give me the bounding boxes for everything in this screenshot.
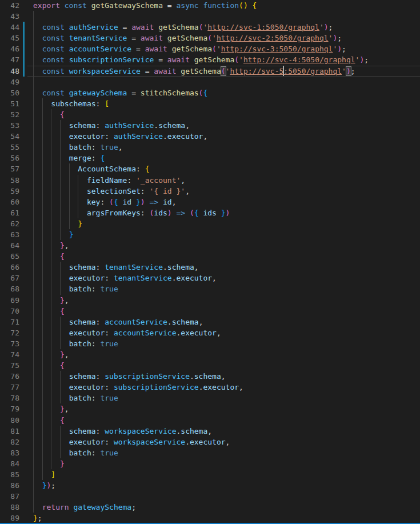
line-number[interactable]: 80 <box>0 415 19 426</box>
line-number[interactable]: 68 <box>0 283 19 294</box>
line-number[interactable]: 61 <box>0 207 19 218</box>
code-line[interactable]: 58 fieldName: '_account', <box>0 175 420 186</box>
line-number[interactable]: 82 <box>0 437 19 447</box>
code-line[interactable]: 52 { <box>0 109 420 120</box>
code-line[interactable]: 72 executor: accountService.executor, <box>0 327 420 338</box>
code-token: ; <box>351 67 355 75</box>
code-line[interactable]: 76 schema: subscriptionService.schema, <box>0 371 420 382</box>
code-line[interactable]: 63 } <box>0 229 420 240</box>
code-line[interactable]: 80 { <box>0 415 420 426</box>
code-line[interactable]: 66 schema: tenantService.schema, <box>0 262 420 273</box>
code-line[interactable]: 59 selectionSet: '{ id }', <box>0 186 420 197</box>
code-line[interactable]: 54 executor: authService.executor, <box>0 131 420 142</box>
code-line[interactable]: 55 batch: true, <box>0 142 420 153</box>
line-number[interactable]: 56 <box>0 153 19 163</box>
line-number[interactable]: 52 <box>0 109 19 120</box>
line-number[interactable]: 65 <box>0 251 19 262</box>
line-number[interactable]: 71 <box>0 317 19 327</box>
code-line[interactable]: 78 batch: true <box>0 393 420 403</box>
code-line[interactable]: 77 executor: subscriptionService.executo… <box>0 382 420 393</box>
code-line[interactable]: 43 <box>0 11 420 22</box>
line-number[interactable]: 88 <box>0 502 19 513</box>
code-line[interactable]: 44 const authService = await getSchema('… <box>0 22 420 33</box>
code-line[interactable]: 53 schema: authService.schema, <box>0 120 420 131</box>
code-line[interactable]: 86 }); <box>0 480 420 491</box>
code-line[interactable]: 64 }, <box>0 240 420 251</box>
line-number[interactable]: 44 <box>0 22 19 33</box>
line-number[interactable]: 45 <box>0 33 19 43</box>
line-number[interactable]: 49 <box>0 77 19 87</box>
line-number[interactable]: 70 <box>0 306 19 317</box>
line-number[interactable]: 74 <box>0 349 19 360</box>
code-line[interactable]: 73 batch: true <box>0 338 420 349</box>
line-number[interactable]: 46 <box>0 43 19 54</box>
code-line[interactable]: 79 }, <box>0 403 420 414</box>
line-number[interactable]: 78 <box>0 393 19 403</box>
line-number[interactable]: 66 <box>0 262 19 273</box>
code-line[interactable]: 83 batch: true <box>0 447 420 458</box>
code-line[interactable]: 71 schema: accountService.schema, <box>0 317 420 327</box>
code-line[interactable]: 84 } <box>0 458 420 469</box>
line-number[interactable]: 55 <box>0 142 19 153</box>
code-line[interactable]: 88 return gatewaySchema; <box>0 502 420 513</box>
line-number[interactable]: 63 <box>0 229 19 240</box>
code-editor[interactable]: 42export const getGatewaySchema = async … <box>0 0 420 524</box>
line-number[interactable]: 50 <box>0 87 19 98</box>
code-line[interactable]: 50 const gatewaySchema = stitchSchemas({ <box>0 87 420 98</box>
line-number[interactable]: 72 <box>0 327 19 338</box>
line-number[interactable]: 76 <box>0 371 19 382</box>
line-number[interactable]: 42 <box>0 0 19 11</box>
line-number[interactable]: 47 <box>0 54 19 65</box>
code-line[interactable]: 49 <box>0 77 420 87</box>
line-number[interactable]: 81 <box>0 426 19 437</box>
line-number[interactable]: 51 <box>0 98 19 109</box>
line-number[interactable]: 43 <box>0 11 19 22</box>
line-number[interactable]: 64 <box>0 240 19 251</box>
code-line[interactable]: 89}; <box>0 513 420 523</box>
line-number[interactable]: 59 <box>0 186 19 197</box>
line-number[interactable]: 73 <box>0 338 19 349</box>
code-line[interactable]: 82 executor: workspaceService.executor, <box>0 437 420 447</box>
line-number[interactable]: 58 <box>0 175 19 186</box>
code-line[interactable]: 45 const tenantService = await getSchema… <box>0 33 420 43</box>
line-number[interactable]: 85 <box>0 469 19 480</box>
code-line[interactable]: 46 const accountService = await getSchem… <box>0 43 420 54</box>
code-line[interactable]: 42export const getGatewaySchema = async … <box>0 0 420 11</box>
code-token: { <box>145 165 150 173</box>
code-line[interactable]: 68 batch: true <box>0 283 420 294</box>
line-number[interactable]: 75 <box>0 360 19 371</box>
code-line[interactable]: 60 key: ({ id }) => id, <box>0 197 420 207</box>
line-number[interactable]: 60 <box>0 197 19 207</box>
code-line[interactable]: 65 { <box>0 251 420 262</box>
line-number[interactable]: 57 <box>0 163 19 174</box>
code-line[interactable]: 69 }, <box>0 295 420 306</box>
code-line[interactable]: 75 { <box>0 360 420 371</box>
line-number[interactable]: 67 <box>0 273 19 283</box>
code-line[interactable]: 67 executor: tenantService.executor, <box>0 273 420 283</box>
code-line[interactable]: 74 }, <box>0 349 420 360</box>
line-number[interactable]: 87 <box>0 491 19 502</box>
code-line[interactable]: 51 subschemas: [ <box>0 98 420 109</box>
line-number[interactable]: 69 <box>0 295 19 306</box>
line-number[interactable]: 79 <box>0 403 19 414</box>
code-line[interactable]: 62 } <box>0 218 420 229</box>
line-number[interactable]: 53 <box>0 120 19 131</box>
line-number[interactable]: 83 <box>0 447 19 458</box>
line-number[interactable]: 62 <box>0 218 19 229</box>
code-token: executor <box>190 438 226 446</box>
line-number[interactable]: 54 <box>0 131 19 142</box>
code-line[interactable]: 81 schema: workspaceService.schema, <box>0 426 420 437</box>
code-line[interactable]: 85 ] <box>0 469 420 480</box>
line-number[interactable]: 48 <box>0 66 19 77</box>
code-line[interactable]: 57 AccountSchema: { <box>0 163 420 174</box>
code-line[interactable]: 48 const workspaceService = await getSch… <box>0 66 420 77</box>
line-number[interactable]: 89 <box>0 513 19 523</box>
code-line[interactable]: 61 argsFromKeys: (ids) => ({ ids }) <box>0 207 420 218</box>
line-number[interactable]: 84 <box>0 458 19 469</box>
line-number[interactable]: 86 <box>0 480 19 491</box>
code-line[interactable]: 87 <box>0 491 420 502</box>
code-line[interactable]: 70 { <box>0 306 420 317</box>
line-number[interactable]: 77 <box>0 382 19 393</box>
code-line[interactable]: 56 merge: { <box>0 153 420 163</box>
code-line[interactable]: 47 const subscriptionService = await get… <box>0 54 420 65</box>
